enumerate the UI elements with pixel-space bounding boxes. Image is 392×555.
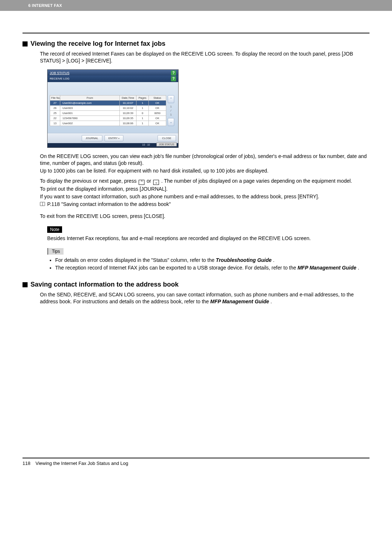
cell-date: 10,09:35 [120,116,136,121]
p-capacity: Up to 1000 jobs can be listed. For equip… [40,167,369,174]
cell-file: 25 [50,110,60,116]
page-current: 1 [170,105,172,108]
tips2-em: MFP Management Guide [298,265,356,271]
cell-date: 10,08:06 [120,121,136,126]
journal-button[interactable]: JOURNAL [82,135,102,141]
section1-body: On the RECEIVE LOG screen, you can view … [40,153,369,220]
entry-caret-icon: ▾ [118,137,119,139]
job-status-chip[interactable]: JOB STATUS [156,142,177,146]
p-receivelog-desc: On the RECEIVE LOG screen, you can view … [40,153,369,167]
tips1-post: . [273,257,274,263]
section-title: Viewing the receive log for Internet fax… [30,40,166,48]
cell-from: 1234567890 [60,116,120,121]
page-indicator: 1 ∕ 1 [168,103,174,118]
cell-status: OK [149,100,166,105]
up-arrow-icon: ⌃ [139,180,144,185]
sec2-em: MFP Management Guide [210,299,269,304]
close-button[interactable]: CLOSE [158,135,176,141]
note-paragraph: Besides Internet Fax receptions, fax and… [47,235,369,242]
p-save-entry: If you want to save contact information,… [40,193,369,200]
cell-from: User003 [60,105,120,110]
nav-pre: To display the previous or next page, pr… [40,178,138,184]
help-icon[interactable]: ? [171,70,176,76]
table-row[interactable]: 26User00310,10:021OK [50,105,166,110]
tips-item-2: The reception record of Internet FAX job… [55,264,369,271]
receive-log-table: File No. From Date,Time Pages Status 27U… [50,95,166,126]
table-header-row: File No. From Date,Time Pages Status [50,95,166,100]
statusbar-time: 10 : 10 [142,143,150,146]
down-arrow-icon: ⌄ [153,180,159,185]
col-date[interactable]: Date,Time [120,95,136,100]
col-file[interactable]: File No. [50,95,60,100]
cell-date: 10,10:07 [120,100,136,105]
col-status[interactable]: Status [149,95,166,100]
p-crossref: P.118 "Saving contact information to the… [40,201,369,208]
tips-block: Tips [47,248,369,255]
cell-status: OK [149,105,166,110]
cell-pages: 1 [136,121,149,126]
tips-label: Tips [47,248,64,255]
chapter-label: 6 INTERNET FAX [28,3,62,8]
section2-title: Saving contact information to the addres… [30,281,179,288]
heading-square-icon [23,41,28,46]
help-icon-sub[interactable]: ? [171,76,176,81]
nav-mid: or [147,178,152,184]
col-from[interactable]: From [60,95,120,100]
heading-square-icon [23,282,28,287]
screenshot-wrapper: JOB STATUS ? RECEIVE LOG ? File No. From… [47,69,392,148]
tips2-pre: The reception record of Internet FAX job… [55,265,298,271]
table-row[interactable]: 27User001@example.com10,10:071OK [50,100,166,105]
sec2-post: . [270,299,272,304]
cell-status: OK [149,116,166,121]
tips-text: For details on error codes displayed in … [47,257,369,271]
screenshot-titlebar: JOB STATUS ? [48,70,178,76]
cell-file: 13 [50,121,60,126]
screenshot-subtitle: RECEIVE LOG [50,77,69,80]
table-row[interactable]: 13User00210,08:061OK [50,121,166,126]
cell-file: 26 [50,105,60,110]
screenshot-title: JOB STATUS [50,71,69,75]
cell-status: 0050 [149,110,166,116]
section1-intro: The record of received Internet Faxes ca… [40,50,369,64]
cell-status: OK [149,121,166,126]
cell-pages: 1 [136,100,149,105]
footer-title: Viewing the Internet Fax Job Status and … [36,461,128,466]
cell-pages: 0 [136,110,149,116]
p-navigation: To display the previous or next page, pr… [40,178,369,185]
top-rule [23,33,369,33]
page-separator: ∕ [171,109,171,112]
section2-body: On the SEND, RECEIVE, and SCAN LOG scree… [40,291,369,305]
cell-from: User001 [60,110,120,116]
tips1-em: Troubleshooting Guide [216,257,272,263]
section-heading-saving: Saving contact information to the addres… [23,281,369,288]
screenshot-subtitle-bar: RECEIVE LOG ? [48,76,178,82]
page-total: 1 [170,113,172,116]
note-text: Besides Internet Fax receptions, fax and… [47,235,369,242]
cell-from: User001@example.com [60,100,120,105]
note-label: Note [47,226,62,233]
section2-paragraph: On the SEND, RECEIVE, and SCAN LOG scree… [40,291,369,305]
note-block: Note [47,226,369,233]
scroll-down-button[interactable]: ⌄ [168,118,174,126]
bottom-rule [23,458,369,458]
cell-file: 27 [50,100,60,105]
col-pages[interactable]: Pages [136,95,149,100]
cell-date: 10,10:02 [120,105,136,110]
page-header-band: 6 INTERNET FAX [0,0,392,11]
screenshot-footer: JOURNAL ENTRY▾ CLOSE [48,133,178,143]
table-row[interactable]: 22123456789010,09:351OK [50,116,166,121]
nav-post: . The number of jobs displayed on a page… [161,178,352,184]
tips-item-1: For details on error codes displayed in … [55,257,369,264]
cell-file: 22 [50,116,60,121]
tips2-post: . [358,265,359,271]
intro-paragraph: The record of received Internet Faxes ca… [40,50,369,64]
screenshot-statusbar: 10 : 10 JOB STATUS [48,143,178,147]
cell-pages: 1 [136,105,149,110]
scroll-up-button[interactable]: ⌃ [168,95,174,103]
table-row[interactable]: 25User00110,09:3900050 [50,110,166,116]
sec2-pre: On the SEND, RECEIVE, and SCAN LOG scree… [40,292,354,304]
screenshot-body: File No. From Date,Time Pages Status 27U… [48,82,178,133]
entry-button[interactable]: ENTRY▾ [105,135,123,141]
p-print-journal: To print out the displayed information, … [40,186,369,193]
cell-from: User002 [60,121,120,126]
